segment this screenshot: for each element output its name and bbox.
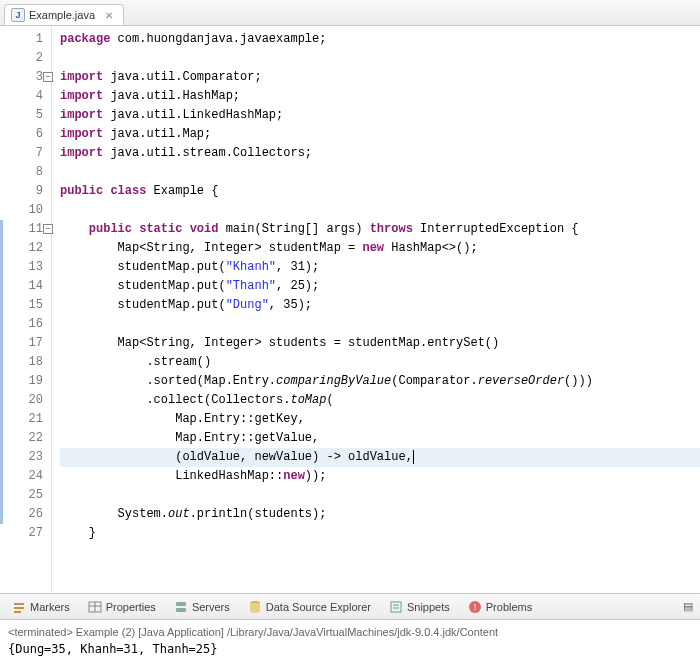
toolbar-icon[interactable]: ▤ [680,599,696,615]
code-line[interactable]: System.out.println(students); [60,505,700,524]
svg-rect-6 [176,602,186,606]
console-output: {Dung=35, Khanh=31, Thanh=25} [8,642,692,656]
line-number: 26 [0,505,51,524]
code-line[interactable] [60,486,700,505]
code-area[interactable]: package com.huongdanjava.javaexample;imp… [52,26,700,593]
fold-toggle-icon[interactable]: − [43,224,53,234]
code-line[interactable]: LinkedHashMap::new)); [60,467,700,486]
code-line[interactable]: .collect(Collectors.toMap( [60,391,700,410]
code-line[interactable]: Map.Entry::getValue, [60,429,700,448]
code-line[interactable] [60,201,700,220]
line-number: 16 [0,315,51,334]
line-number: 8 [0,163,51,182]
svg-rect-0 [14,603,24,605]
java-file-icon: J [11,8,25,22]
line-number: 2 [0,49,51,68]
view-tab-snippets[interactable]: Snippets [381,598,458,616]
line-number: 24 [0,467,51,486]
problems-icon: ! [468,600,482,614]
editor-tab-example-java[interactable]: J Example.java ✕ [4,4,124,25]
properties-icon [88,600,102,614]
snippets-icon [389,600,403,614]
code-line[interactable]: import java.util.Comparator; [60,68,700,87]
code-line[interactable]: .stream() [60,353,700,372]
code-line[interactable]: public class Example { [60,182,700,201]
line-number: 27 [0,524,51,543]
line-number: 13 [0,258,51,277]
code-line[interactable]: studentMap.put("Thanh", 25); [60,277,700,296]
code-line[interactable]: public static void main(String[] args) t… [60,220,700,239]
line-number: 17 [0,334,51,353]
code-line[interactable]: (oldValue, newValue) -> oldValue, [60,448,700,467]
view-tab-label: Markers [30,601,70,613]
line-number: 10 [0,201,51,220]
svg-rect-1 [14,607,24,609]
line-number: 1 [0,30,51,49]
close-icon[interactable]: ✕ [105,10,113,21]
code-line[interactable]: studentMap.put("Khanh", 31); [60,258,700,277]
markers-icon [12,600,26,614]
code-line[interactable]: .sorted(Map.Entry.comparingByValue(Compa… [60,372,700,391]
line-number: 23 [0,448,51,467]
view-tab-label: Data Source Explorer [266,601,371,613]
line-number: 12 [0,239,51,258]
line-number: 9 [0,182,51,201]
code-line[interactable]: Map.Entry::getKey, [60,410,700,429]
line-number: 11− [0,220,51,239]
svg-rect-2 [14,611,21,613]
view-tab-data-source-explorer[interactable]: Data Source Explorer [240,598,379,616]
view-tab-label: Servers [192,601,230,613]
code-line[interactable] [60,49,700,68]
line-number: 3− [0,68,51,87]
code-editor[interactable]: 123−4567891011−1213141516171819202122232… [0,26,700,593]
line-number: 18 [0,353,51,372]
line-number: 4 [0,87,51,106]
text-caret [413,450,414,464]
console-panel: <terminated> Example (2) [Java Applicati… [0,619,700,666]
views-tab-bar: MarkersPropertiesServersData Source Expl… [0,593,700,619]
line-number: 22 [0,429,51,448]
code-line[interactable]: studentMap.put("Dung", 35); [60,296,700,315]
console-status: <terminated> Example (2) [Java Applicati… [8,626,692,638]
line-number: 5 [0,106,51,125]
view-tab-servers[interactable]: Servers [166,598,238,616]
db-icon [248,600,262,614]
view-tab-label: Properties [106,601,156,613]
line-number: 14 [0,277,51,296]
line-number: 6 [0,125,51,144]
line-number: 25 [0,486,51,505]
svg-rect-7 [176,608,186,612]
code-line[interactable]: import java.util.HashMap; [60,87,700,106]
view-tab-label: Snippets [407,601,450,613]
editor-tab-bar: J Example.java ✕ [0,0,700,26]
fold-toggle-icon[interactable]: − [43,72,53,82]
code-line[interactable]: import java.util.stream.Collectors; [60,144,700,163]
view-tab-properties[interactable]: Properties [80,598,164,616]
code-line[interactable] [60,163,700,182]
view-tab-label: Problems [486,601,532,613]
code-line[interactable]: } [60,524,700,543]
line-number: 21 [0,410,51,429]
view-tab-markers[interactable]: Markers [4,598,78,616]
code-line[interactable] [60,315,700,334]
line-number: 20 [0,391,51,410]
code-line[interactable]: Map<String, Integer> students = studentM… [60,334,700,353]
code-line[interactable]: import java.util.LinkedHashMap; [60,106,700,125]
line-number: 7 [0,144,51,163]
line-number: 19 [0,372,51,391]
line-number-gutter: 123−4567891011−1213141516171819202122232… [0,26,52,593]
code-line[interactable]: import java.util.Map; [60,125,700,144]
servers-icon [174,600,188,614]
line-number: 15 [0,296,51,315]
view-tab-problems[interactable]: !Problems [460,598,540,616]
svg-text:!: ! [474,602,477,612]
code-line[interactable]: package com.huongdanjava.javaexample; [60,30,700,49]
editor-tab-label: Example.java [29,9,95,21]
svg-rect-9 [391,602,401,612]
code-line[interactable]: Map<String, Integer> studentMap = new Ha… [60,239,700,258]
